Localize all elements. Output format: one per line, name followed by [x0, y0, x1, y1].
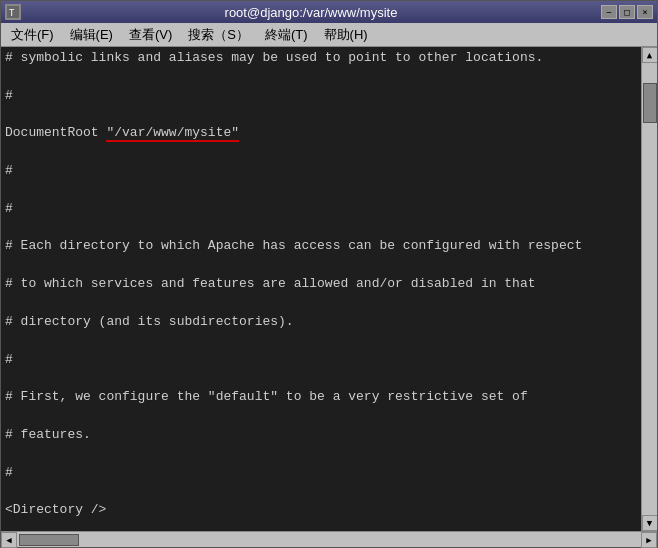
maximize-button[interactable]: □ — [619, 5, 635, 19]
minimize-button[interactable]: − — [601, 5, 617, 19]
window-title: root@django:/var/www/mysite — [21, 5, 601, 20]
menu-file[interactable]: 文件(F) — [3, 23, 62, 46]
scroll-thumb[interactable] — [643, 83, 657, 123]
content-area: # symbolic links and aliases may be used… — [1, 47, 657, 531]
h-scroll-thumb[interactable] — [19, 534, 79, 546]
h-scroll-track[interactable] — [17, 533, 641, 547]
horizontal-scrollbar[interactable]: ◀ ▶ — [1, 531, 657, 547]
terminal-window: T root@django:/var/www/mysite − □ × 文件(F… — [0, 0, 658, 548]
menu-help[interactable]: 帮助(H) — [316, 23, 376, 46]
title-bar: T root@django:/var/www/mysite − □ × — [1, 1, 657, 23]
vertical-scrollbar[interactable]: ▲ ▼ — [641, 47, 657, 531]
menu-terminal[interactable]: 終端(T) — [257, 23, 316, 46]
scroll-left-button[interactable]: ◀ — [1, 532, 17, 548]
menu-bar: 文件(F) 编辑(E) 查看(V) 搜索（S） 終端(T) 帮助(H) — [1, 23, 657, 47]
text-editor[interactable]: # symbolic links and aliases may be used… — [1, 47, 641, 531]
scroll-down-button[interactable]: ▼ — [642, 515, 658, 531]
window-icon: T — [5, 4, 21, 20]
scroll-up-button[interactable]: ▲ — [642, 47, 658, 63]
menu-edit[interactable]: 编辑(E) — [62, 23, 121, 46]
window-controls: − □ × — [601, 5, 653, 19]
svg-text:T: T — [9, 8, 15, 18]
scroll-track[interactable] — [642, 63, 657, 515]
menu-search[interactable]: 搜索（S） — [180, 23, 257, 46]
scroll-right-button[interactable]: ▶ — [641, 532, 657, 548]
menu-view[interactable]: 查看(V) — [121, 23, 180, 46]
close-button[interactable]: × — [637, 5, 653, 19]
